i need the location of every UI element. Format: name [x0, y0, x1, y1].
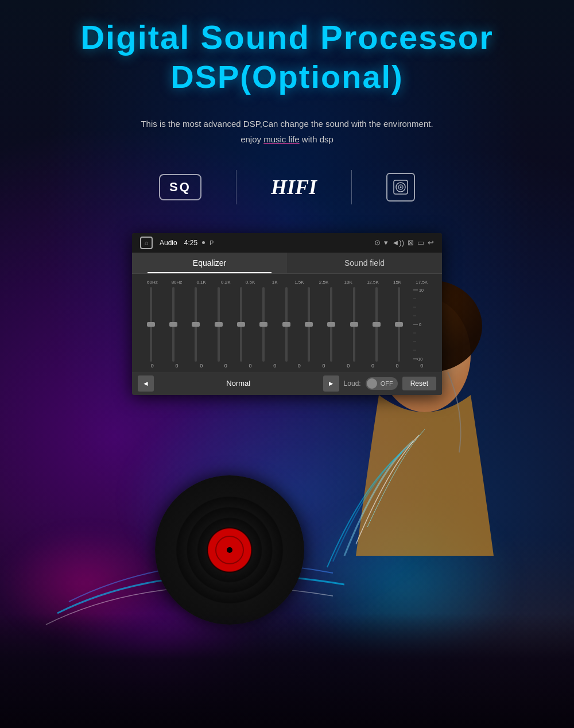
underline-text: music life [263, 134, 300, 144]
time-display: 4:25 [184, 239, 197, 247]
svg-text:0: 0 [419, 323, 421, 327]
svg-text:10: 10 [419, 288, 424, 292]
divider-1 [236, 170, 236, 204]
title-section: Digital Sound Processor DSP(Optional) [80, 17, 494, 96]
slider-track-1k[interactable] [262, 287, 265, 362]
frequency-labels: 60Hz 80Hz 0.1K 0.2K 0.5K 1K 1.5K 2.5K 10… [140, 280, 434, 285]
slider-handle-15k[interactable] [373, 322, 381, 327]
sliders-area [140, 287, 410, 362]
slider-handle-80hz[interactable] [169, 322, 177, 327]
prev-preset-button[interactable]: ◄ [138, 375, 154, 392]
slider-track-60hz[interactable] [150, 287, 152, 362]
svg-point-5 [400, 186, 401, 188]
feature-icons-row: SQ HIFI [159, 170, 415, 204]
slider-track-12.5k[interactable] [353, 287, 355, 362]
preset-name-display: Normal [158, 379, 319, 388]
next-preset-button[interactable]: ► [323, 375, 339, 392]
slider-handle-17.5k[interactable] [395, 322, 403, 327]
main-title-line2: DSP(Optional) [80, 57, 494, 96]
wifi-icon: ▾ [384, 238, 388, 247]
slider-handle-0.5k[interactable] [237, 322, 245, 327]
slider-0.2k[interactable] [208, 287, 229, 362]
equalizer-section: 60Hz 80Hz 0.1K 0.2K 0.5K 1K 1.5K 2.5K 10… [132, 274, 442, 372]
slider-0.5k[interactable] [230, 287, 251, 362]
slider-handle-2.5k[interactable] [305, 322, 313, 327]
svg-text:-10: -10 [417, 357, 422, 361]
tab-equalizer[interactable]: Equalizer [132, 253, 287, 273]
freq-0.1k: 0.1K [189, 280, 214, 285]
sliders-container: 10 0 -10 [140, 287, 434, 362]
freq-1k: 1K [262, 280, 287, 285]
slider-1k[interactable] [253, 287, 274, 362]
home-button[interactable]: ⌂ [140, 237, 153, 249]
val-5: 0 [262, 363, 287, 369]
slider-handle-10k[interactable] [327, 322, 335, 327]
slider-10k[interactable] [321, 287, 342, 362]
slider-track-1.5k[interactable] [285, 287, 288, 362]
slider-17.5k[interactable] [389, 287, 410, 362]
toggle-state-label: OFF [377, 380, 397, 387]
hifi-icon: HIFI [271, 175, 317, 199]
slider-track-17.5k[interactable] [398, 287, 400, 362]
audio-player-ui: ⌂ Audio 4:25 P ⊙ ▾ ◄)) ⊠ ▭ ↩ Equalizer S… [132, 233, 442, 395]
slider-12.5k[interactable] [343, 287, 364, 362]
freq-15k: 15K [385, 280, 410, 285]
slider-handle-1k[interactable] [259, 322, 267, 327]
val-10: 0 [385, 363, 410, 369]
speaker-icon [386, 173, 415, 202]
slider-handle-1.5k[interactable] [282, 322, 290, 327]
toggle-knob [367, 378, 377, 389]
slider-track-10k[interactable] [330, 287, 332, 362]
val-3: 0 [214, 363, 238, 369]
val-7: 0 [312, 363, 336, 369]
divider-2 [351, 170, 352, 204]
slider-0.1k[interactable] [185, 287, 207, 362]
description-section: This is the most advanced DSP,Can change… [141, 116, 433, 147]
val-9: 0 [360, 363, 385, 369]
slider-handle-60hz[interactable] [147, 322, 155, 327]
screen-icon: ▭ [417, 238, 424, 247]
val-8: 0 [336, 363, 360, 369]
status-bar: ⌂ Audio 4:25 P ⊙ ▾ ◄)) ⊠ ▭ ↩ [132, 233, 442, 253]
slider-60hz[interactable] [140, 287, 161, 362]
back-icon: ↩ [428, 238, 434, 247]
volume-icon: ◄)) [391, 238, 404, 247]
slider-80hz[interactable] [162, 287, 184, 362]
slider-track-0.5k[interactable] [240, 287, 242, 362]
val-6: 0 [287, 363, 312, 369]
freq-10k: 10K [336, 280, 360, 285]
main-title-line1: Digital Sound Processor [80, 17, 494, 57]
freq-1.5k: 1.5K [287, 280, 312, 285]
location-icon: ⊙ [374, 238, 381, 247]
slider-track-0.1k[interactable] [195, 287, 197, 362]
slider-handle-0.2k[interactable] [215, 322, 223, 327]
val-4: 0 [238, 363, 263, 369]
main-content: Digital Sound Processor DSP(Optional) Th… [0, 0, 574, 395]
eq-scale: 10 0 -10 [411, 287, 434, 362]
tabs-container: Equalizer Sound field [132, 253, 442, 274]
slider-handle-0.1k[interactable] [192, 322, 200, 327]
status-dot [202, 241, 205, 244]
freq-2.5k: 2.5K [312, 280, 336, 285]
slider-1.5k[interactable] [276, 287, 297, 362]
val-0: 0 [140, 363, 165, 369]
slider-track-80hz[interactable] [172, 287, 174, 362]
val-11: 0 [409, 363, 434, 369]
app-name-label: Audio [160, 239, 177, 247]
sq-icon: SQ [159, 174, 201, 200]
freq-17.5k: 17.5K [409, 280, 434, 285]
freq-80hz: 80Hz [165, 280, 189, 285]
slider-handle-12.5k[interactable] [350, 322, 358, 327]
bottom-controls: ◄ Normal ► Loud: OFF Reset [132, 372, 442, 395]
slider-track-2.5k[interactable] [308, 287, 310, 362]
p-icon: P [210, 239, 214, 246]
slider-15k[interactable] [366, 287, 387, 362]
tab-sound-field[interactable]: Sound field [287, 253, 442, 273]
loud-toggle[interactable]: OFF [366, 377, 398, 390]
slider-track-0.2k[interactable] [218, 287, 220, 362]
val-2: 0 [189, 363, 214, 369]
description-line1: This is the most advanced DSP,Can change… [141, 116, 433, 131]
slider-track-15k[interactable] [375, 287, 378, 362]
slider-2.5k[interactable] [298, 287, 319, 362]
reset-button[interactable]: Reset [402, 377, 436, 390]
